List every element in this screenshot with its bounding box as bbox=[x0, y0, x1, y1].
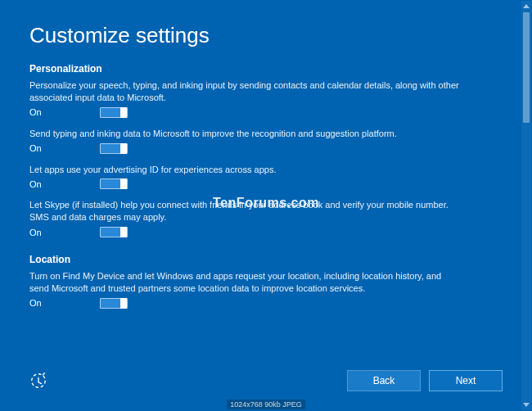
setting-desc: Personalize your speech, typing, and ink… bbox=[29, 79, 463, 104]
scroll-down-icon[interactable] bbox=[523, 403, 530, 407]
settings-content: Customize settings Personalization Perso… bbox=[0, 0, 532, 411]
toggle-row: On bbox=[29, 227, 503, 237]
page-title: Customize settings bbox=[29, 23, 503, 48]
setting-desc: Send typing and inking data to Microsoft… bbox=[29, 128, 463, 140]
scroll-up-icon[interactable] bbox=[523, 4, 530, 8]
ease-of-access-icon[interactable] bbox=[29, 372, 47, 390]
toggle-send-typing-data[interactable] bbox=[100, 143, 128, 154]
image-meta: 1024x768 90kb JPEG bbox=[227, 400, 305, 409]
toggle-location[interactable] bbox=[100, 298, 128, 309]
toggle-label: On bbox=[29, 143, 100, 153]
section-header-personalization: Personalization bbox=[29, 63, 503, 75]
footer: Back Next bbox=[29, 370, 503, 391]
toggle-label: On bbox=[29, 107, 100, 117]
next-button[interactable]: Next bbox=[429, 370, 503, 391]
toggle-speech-typing-inking[interactable] bbox=[100, 107, 128, 118]
toggle-row: On bbox=[29, 143, 503, 154]
section-personalization: Personalization Personalize your speech,… bbox=[29, 63, 503, 237]
toggle-row: On bbox=[29, 298, 503, 309]
setting-desc: Let apps use your advertising ID for exp… bbox=[29, 164, 463, 176]
toggle-advertising-id[interactable] bbox=[100, 178, 128, 189]
button-bar: Back Next bbox=[347, 370, 503, 391]
toggle-label: On bbox=[29, 298, 100, 308]
setting-desc: Let Skype (if installed) help you connec… bbox=[29, 199, 463, 224]
toggle-label: On bbox=[29, 228, 100, 237]
section-header-location: Location bbox=[29, 254, 503, 265]
toggle-skype[interactable] bbox=[100, 227, 128, 237]
setting-desc: Turn on Find My Device and let Windows a… bbox=[29, 270, 463, 295]
scrollbar-thumb[interactable] bbox=[523, 12, 530, 123]
section-location: Location Turn on Find My Device and let … bbox=[29, 254, 503, 309]
toggle-label: On bbox=[29, 179, 100, 189]
toggle-row: On bbox=[29, 107, 503, 118]
scrollbar[interactable] bbox=[521, 1, 531, 410]
toggle-row: On bbox=[29, 178, 503, 189]
back-button[interactable]: Back bbox=[347, 370, 421, 391]
